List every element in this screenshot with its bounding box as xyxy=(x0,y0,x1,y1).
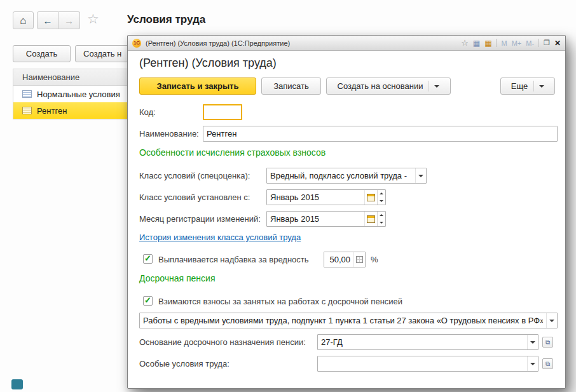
spinner[interactable] xyxy=(377,190,385,205)
chevron-down-icon xyxy=(418,175,423,177)
calendar-glyph xyxy=(367,215,375,223)
class-since-field[interactable] xyxy=(267,190,364,205)
dropdown-icon[interactable] xyxy=(527,335,538,349)
forward-button[interactable]: → xyxy=(58,11,80,29)
scale-m-button[interactable]: M xyxy=(501,39,507,47)
save-and-close-button[interactable]: Записать и закрыть xyxy=(139,78,256,95)
dropdown-icon[interactable] xyxy=(546,313,557,328)
hazard-bonus-label: Выплачивается надбавка за вредность xyxy=(158,252,309,267)
more-button[interactable]: Еще xyxy=(500,78,555,95)
home-icon: ⌂ xyxy=(20,15,26,26)
create-button[interactable]: Создать xyxy=(13,45,71,62)
code-input-field[interactable] xyxy=(204,105,241,119)
titlebar-grid-icon[interactable]: ▦ xyxy=(473,39,480,47)
reg-month-label: Месяц регистрации изменений: xyxy=(139,211,261,227)
dropdown-icon[interactable] xyxy=(527,356,538,371)
down-arrow xyxy=(380,222,383,224)
dropdown-icon[interactable] xyxy=(415,168,426,183)
checkmark-icon: ✓ xyxy=(144,254,151,262)
percent-label: % xyxy=(371,252,378,267)
calculator-icon[interactable] xyxy=(353,252,365,267)
dialog-title: (Рентген) (Условия труда) (1С:Предприяти… xyxy=(146,39,456,47)
chevron-down-icon xyxy=(530,363,535,365)
spin-up-icon[interactable] xyxy=(378,190,385,198)
chevron-down-icon xyxy=(539,85,544,88)
dialog-heading: (Рентген) (Условия труда) xyxy=(139,55,277,71)
scale-m-minus-button[interactable]: M- xyxy=(526,39,534,47)
save-button[interactable]: Записать xyxy=(261,78,321,95)
titlebar-calendar-icon[interactable]: ▦ xyxy=(484,39,491,47)
chevron-down-icon xyxy=(549,320,554,322)
calculator-glyph xyxy=(356,256,363,263)
chevron-down-icon xyxy=(434,85,439,88)
basis-label: Основание досрочного назначения пенсии: xyxy=(139,334,306,350)
create-secondary-button-label: Создать н xyxy=(83,49,121,58)
down-arrow xyxy=(380,200,383,202)
class-combo-field[interactable] xyxy=(267,168,415,183)
contributions-label: Взимаются взносы за занятых на работах с… xyxy=(158,294,402,309)
home-button[interactable]: ⌂ xyxy=(13,11,34,29)
list-item-icon xyxy=(22,90,32,98)
spinner[interactable] xyxy=(377,212,385,226)
name-input[interactable] xyxy=(203,126,558,142)
spin-down-icon[interactable] xyxy=(378,219,385,227)
page-title: Условия труда xyxy=(127,13,205,26)
special-conditions-combo[interactable] xyxy=(317,356,538,372)
calendar-glyph xyxy=(367,194,375,201)
work-kind-field[interactable] xyxy=(140,313,546,328)
hazard-bonus-field[interactable] xyxy=(324,252,353,267)
screen: ⌂ ← → ☆ Условия труда Создать Создать н … xyxy=(0,0,576,392)
hazard-bonus-input[interactable] xyxy=(324,252,366,267)
contributions-checkbox[interactable]: ✓ xyxy=(143,296,153,306)
dialog-body: (Рентген) (Условия труда) Записать и зак… xyxy=(128,51,565,388)
more-label: Еще xyxy=(511,81,528,91)
list-row-label: Рентген xyxy=(37,106,67,116)
code-input[interactable] xyxy=(203,104,242,120)
basis-combo[interactable] xyxy=(317,334,538,350)
1c-logo: 1С xyxy=(132,39,141,48)
class-label: Класс условий (спецоценка): xyxy=(139,168,250,184)
create-based-on-label: Создать на основании xyxy=(338,81,423,91)
save-and-close-label: Записать и закрыть xyxy=(157,81,239,91)
save-label: Записать xyxy=(273,81,309,91)
class-since-input[interactable] xyxy=(266,189,386,205)
history-link[interactable]: История изменения класса условий труда xyxy=(139,233,301,242)
create-based-on-button[interactable]: Создать на основании xyxy=(326,78,451,95)
calendar-icon[interactable] xyxy=(364,190,377,205)
favorite-star-icon[interactable]: ☆ xyxy=(87,12,99,25)
spin-up-icon[interactable] xyxy=(378,212,385,219)
chevron-down-icon xyxy=(530,341,535,344)
up-arrow xyxy=(380,193,383,194)
dialog-titlebar[interactable]: 1С (Рентген) (Условия труда) (1С:Предпри… xyxy=(128,36,565,51)
restore-window-icon[interactable]: ❐ xyxy=(544,39,550,46)
dropdown-icon xyxy=(429,81,439,91)
up-arrow xyxy=(380,214,383,216)
checkmark-icon: ✓ xyxy=(144,296,151,304)
basis-field[interactable] xyxy=(318,335,527,349)
close-window-icon[interactable]: ✕ xyxy=(554,39,561,47)
back-arrow-icon: ← xyxy=(43,16,53,25)
reg-month-field[interactable] xyxy=(267,212,364,226)
reg-month-input[interactable] xyxy=(266,211,386,227)
code-label: Код: xyxy=(139,104,156,120)
back-button[interactable]: ← xyxy=(37,11,58,29)
special-conditions-open-button[interactable]: ⧉ xyxy=(542,358,553,369)
titlebar-separator xyxy=(496,39,497,47)
list-column-header-label: Наименование xyxy=(22,72,79,82)
list-row-label: Нормальные условия xyxy=(37,90,120,99)
spin-down-icon[interactable] xyxy=(378,198,385,205)
special-conditions-label: Особые условия труда: xyxy=(139,356,230,372)
scale-m-plus-button[interactable]: M+ xyxy=(512,39,522,47)
work-kind-combo[interactable] xyxy=(139,313,558,328)
open-icon: ⧉ xyxy=(545,339,550,346)
class-combo[interactable] xyxy=(266,168,427,184)
basis-open-button[interactable]: ⧉ xyxy=(542,337,553,348)
name-input-field[interactable] xyxy=(203,126,557,141)
window-corner-fragment xyxy=(11,379,23,389)
class-since-label: Класс условий установлен с: xyxy=(139,189,250,205)
calendar-icon[interactable] xyxy=(364,212,377,226)
hazard-bonus-checkbox[interactable]: ✓ xyxy=(143,254,153,264)
special-conditions-field[interactable] xyxy=(318,356,527,371)
insurance-section-title: Особенности исчисления страховых взносов xyxy=(139,147,326,158)
titlebar-star-icon[interactable]: ☆ xyxy=(461,39,469,47)
